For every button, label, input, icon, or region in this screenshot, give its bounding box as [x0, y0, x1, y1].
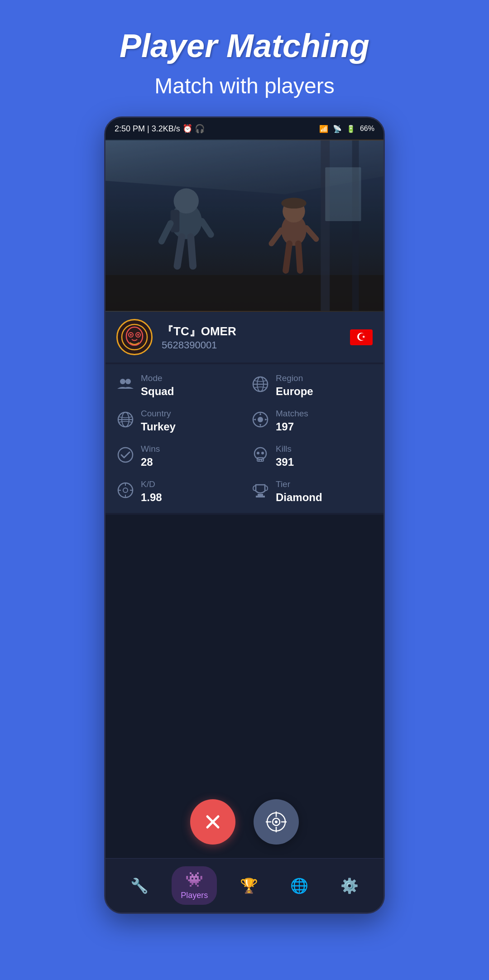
- svg-point-27: [120, 379, 125, 384]
- stat-region: Region Europe: [251, 373, 373, 398]
- stat-kd-label: K/D: [141, 479, 162, 489]
- tier-icon: [251, 481, 269, 499]
- leaderboard-icon: 🏆: [240, 877, 258, 894]
- svg-point-41: [261, 452, 264, 454]
- reject-button[interactable]: [190, 799, 235, 845]
- stat-kills: Kills 391: [251, 444, 373, 468]
- svg-point-36: [258, 417, 263, 422]
- stat-kills-value: 391: [276, 456, 294, 468]
- stat-tier-content: Tier Diamond: [276, 479, 322, 504]
- stat-wins-value: 28: [141, 456, 160, 468]
- stat-wins-label: Wins: [141, 444, 160, 454]
- stat-tier-value: Diamond: [276, 491, 322, 504]
- stat-mode: Mode Squad: [116, 373, 238, 398]
- flag-symbol: ☪: [356, 331, 366, 343]
- status-right-icons: 📶 📡 🔋 66%: [319, 125, 374, 133]
- battery-icon: 🔋: [346, 125, 355, 133]
- player-name-section: 『TC』OMER 5628390001: [162, 323, 341, 351]
- stat-country: Country Turkey: [116, 409, 238, 433]
- globe-icon: [116, 410, 134, 429]
- squad-icon: [116, 375, 134, 393]
- stat-matches-content: Matches 197: [276, 409, 308, 433]
- kills-icon: [251, 446, 269, 464]
- status-time: 2:50 PM: [115, 124, 145, 133]
- player-id: 5628390001: [162, 339, 341, 351]
- bottom-nav: 🔧 👾 Players 🏆 🌐 ⚙️: [105, 858, 384, 912]
- status-icons: ⏰ 🎧: [182, 124, 205, 133]
- stat-kills-label: Kills: [276, 444, 294, 454]
- country-flag: ☪: [350, 329, 373, 345]
- stat-kd: K/D 1.98: [116, 479, 238, 504]
- stat-matches: Matches 197: [251, 409, 373, 433]
- stat-country-label: Country: [141, 409, 176, 419]
- wins-icon: [116, 446, 134, 464]
- stat-matches-value: 197: [276, 420, 308, 433]
- player-name: 『TC』OMER: [162, 323, 341, 339]
- action-buttons: [105, 786, 384, 858]
- stat-kills-content: Kills 391: [276, 444, 294, 468]
- svg-rect-50: [258, 494, 263, 496]
- nav-item-settings[interactable]: ⚙️: [331, 873, 368, 899]
- svg-point-28: [125, 379, 131, 384]
- svg-point-60: [275, 821, 278, 823]
- svg-rect-51: [256, 496, 265, 497]
- svg-point-21: [122, 324, 147, 350]
- page-header: Player Matching Match with players: [110, 0, 379, 116]
- svg-point-37: [118, 448, 133, 462]
- signal-icon: 📶: [319, 125, 328, 133]
- stat-tier-label: Tier: [276, 479, 322, 489]
- game-screenshot: [105, 140, 384, 312]
- nav-item-globe[interactable]: 🌐: [281, 873, 317, 899]
- wifi-icon: 📡: [333, 125, 342, 133]
- page-title: Player Matching: [120, 27, 369, 64]
- status-time-speed: 2:50 PM | 3.2KB/s ⏰ 🎧: [115, 124, 205, 134]
- status-bar: 2:50 PM | 3.2KB/s ⏰ 🎧 📶 📡 🔋 66%: [105, 118, 384, 140]
- stats-section: Mode Squad Region Europe: [105, 364, 384, 513]
- nav-item-leaderboard[interactable]: 🏆: [231, 873, 267, 899]
- stat-wins: Wins 28: [116, 444, 238, 468]
- stat-mode-value: Squad: [141, 385, 174, 398]
- svg-point-45: [123, 488, 128, 492]
- stat-matches-label: Matches: [276, 409, 308, 419]
- stat-country-content: Country Turkey: [141, 409, 176, 433]
- stat-kd-content: K/D 1.98: [141, 479, 162, 504]
- stat-kd-value: 1.98: [141, 491, 162, 504]
- stats-grid: Mode Squad Region Europe: [116, 373, 373, 504]
- svg-point-25: [130, 334, 132, 336]
- kd-icon: [116, 481, 134, 499]
- battery-level: 66%: [360, 125, 374, 133]
- stat-tier: Tier Diamond: [251, 479, 373, 504]
- globe-nav-icon: 🌐: [290, 877, 308, 894]
- stat-region-content: Region Europe: [276, 373, 313, 398]
- players-icon: 👾: [185, 871, 203, 888]
- region-icon: [251, 375, 269, 393]
- nav-item-tools[interactable]: 🔧: [121, 873, 158, 899]
- accept-button[interactable]: [254, 799, 299, 845]
- svg-point-40: [257, 452, 259, 454]
- stat-country-value: Turkey: [141, 420, 176, 433]
- stat-wins-content: Wins 28: [141, 444, 160, 468]
- player-avatar: [116, 319, 153, 355]
- stat-mode-content: Mode Squad: [141, 373, 174, 398]
- players-nav-label: Players: [181, 891, 208, 900]
- empty-area: [105, 515, 384, 786]
- settings-icon: ⚙️: [340, 877, 359, 894]
- phone-frame: 2:50 PM | 3.2KB/s ⏰ 🎧 📶 📡 🔋 66%: [104, 116, 385, 914]
- stat-mode-label: Mode: [141, 373, 174, 383]
- stat-region-label: Region: [276, 373, 313, 383]
- status-speed: 3.2KB/s: [152, 124, 180, 133]
- player-info-bar: 『TC』OMER 5628390001 ☪: [105, 312, 384, 362]
- page-subtitle: Match with players: [120, 73, 369, 98]
- svg-rect-20: [105, 140, 384, 311]
- tools-icon: 🔧: [130, 877, 149, 894]
- matches-icon: [251, 410, 269, 429]
- status-separator: |: [147, 124, 152, 133]
- stat-region-value: Europe: [276, 385, 313, 398]
- nav-item-players[interactable]: 👾 Players: [172, 866, 217, 905]
- svg-point-26: [137, 334, 139, 336]
